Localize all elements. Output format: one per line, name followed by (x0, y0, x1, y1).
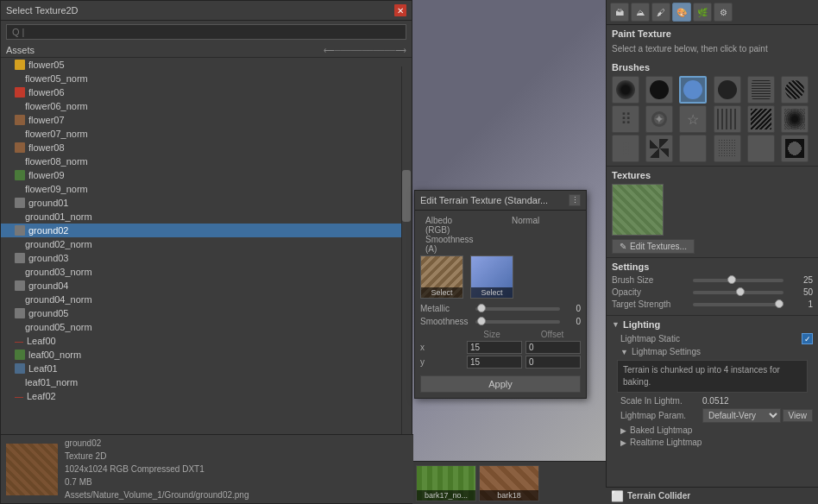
brush-striped (717, 109, 738, 129)
list-item[interactable]: flower09_norm (1, 182, 412, 196)
brush-item-7[interactable]: ⠿ (612, 105, 639, 133)
metallic-slider[interactable] (475, 307, 560, 311)
smoothness-slider-thumb[interactable] (477, 317, 486, 325)
toolbar-btn-3[interactable]: 🖌 (651, 3, 670, 22)
list-item[interactable]: flower08 (1, 141, 412, 154)
edit-textures-button[interactable]: ✎ Edit Textures... (612, 239, 695, 254)
list-item[interactable]: — Leaf00 (1, 334, 412, 348)
normal-preview[interactable]: Select (470, 255, 513, 299)
brush-item-5[interactable] (747, 76, 775, 104)
list-item[interactable]: ground03 (1, 251, 412, 265)
albedo-select-button[interactable]: Select (421, 287, 462, 298)
brush-item-1[interactable] (612, 76, 639, 104)
apply-button[interactable]: Apply (420, 375, 581, 393)
baked-lightmap-row[interactable]: ▶ Baked Lightmap (612, 425, 813, 435)
list-item[interactable]: leaf01_norm (1, 375, 412, 389)
metallic-row: Metallic 0 (420, 304, 581, 313)
albedo-preview[interactable]: Select (420, 255, 463, 299)
brush-item-2[interactable] (645, 76, 673, 104)
list-item[interactable]: Leaf01 (1, 362, 412, 375)
metallic-slider-thumb[interactable] (477, 304, 486, 312)
list-item[interactable]: ground04 (1, 279, 412, 293)
smoothness-slider[interactable] (475, 320, 560, 324)
target-strength-slider[interactable] (693, 303, 783, 306)
list-item-selected[interactable]: ground02 (1, 224, 412, 237)
lighting-section: ▼ Lighting Lightmap Static ✓ ▼ Lightmap … (607, 315, 818, 453)
brush-item-17[interactable] (747, 135, 775, 162)
brush-item-6[interactable] (781, 76, 809, 104)
list-item[interactable]: ground03_norm (1, 265, 412, 279)
search-input[interactable] (6, 24, 406, 40)
toolbar-btn-6[interactable]: ⚙ (714, 3, 733, 22)
list-item[interactable]: ground04_norm (1, 293, 412, 306)
list-item[interactable]: flower09 (1, 168, 412, 182)
dialog-title: Select Texture2D (6, 5, 79, 16)
brush-item-10[interactable] (714, 105, 741, 133)
brush-item-11[interactable] (747, 105, 775, 133)
list-item[interactable]: flower08_norm (1, 154, 412, 168)
slider-handle[interactable]: ⟵───────────⟶ (324, 46, 406, 54)
lightmap-settings-header[interactable]: ▼ Lightmap Settings (612, 347, 813, 356)
smoothness-label: Smoothness (420, 317, 472, 326)
thumbnail-1[interactable]: bark17_no... (416, 465, 476, 501)
assets-list[interactable]: flower05 flower05_norm flower06 flower06… (1, 58, 412, 420)
size-offset-headers: Size Offset (420, 330, 581, 339)
baked-lightmap-arrow[interactable]: ▶ (620, 426, 626, 435)
y-offset-input[interactable] (525, 356, 581, 369)
brush-item-15[interactable] (679, 135, 707, 162)
thumbnail-2[interactable]: bark18 (479, 465, 539, 501)
list-item[interactable]: ground01 (1, 196, 412, 210)
lightmap-settings-arrow[interactable]: ▼ (620, 348, 628, 356)
toolbar-btn-1[interactable]: 🏔 (610, 3, 629, 22)
list-item[interactable]: leaf00_norm (1, 348, 412, 362)
list-item[interactable]: flower06_norm (1, 99, 412, 113)
opacity-thumb[interactable] (736, 287, 745, 296)
brush-size-slider[interactable] (693, 279, 783, 282)
texture-item-1[interactable] (612, 184, 664, 236)
brush-size-thumb[interactable] (727, 275, 736, 284)
opacity-row: Opacity 50 (612, 287, 813, 297)
realtime-lightmap-row[interactable]: ▶ Realtime Lightmap (612, 438, 813, 447)
list-item[interactable]: ground02_norm (1, 237, 412, 251)
view-button[interactable]: View (783, 409, 814, 422)
popup-options-button[interactable]: ⋮ (569, 194, 581, 206)
scrollbar[interactable] (401, 66, 412, 434)
list-item[interactable]: ground05_norm (1, 320, 412, 334)
brush-item-9[interactable]: ☆ (679, 105, 707, 133)
lightmap-static-checkbox[interactable]: ✓ (802, 333, 813, 344)
brush-item-18[interactable] (781, 135, 809, 162)
textures-label: Textures (612, 170, 813, 180)
brush-item-12[interactable] (781, 105, 809, 133)
list-item[interactable]: ground05 (1, 306, 412, 320)
target-strength-thumb[interactable] (775, 299, 783, 308)
lightmap-static-row: Lightmap Static ✓ (612, 333, 813, 344)
list-item[interactable]: flower07 (1, 113, 412, 127)
toolbar-btn-5[interactable]: 🌿 (693, 3, 712, 22)
x-size-offset-row: x (420, 341, 581, 354)
x-offset-input[interactable] (525, 341, 581, 354)
realtime-lightmap-arrow[interactable]: ▶ (620, 438, 626, 447)
list-item[interactable]: flower05 (1, 58, 412, 72)
dialog-close-button[interactable]: ✕ (394, 4, 406, 16)
brush-item-13[interactable]: ⣿ (612, 135, 639, 162)
toolbar-btn-2[interactable]: ⛰ (631, 3, 650, 22)
list-item[interactable]: flower07_norm (1, 127, 412, 141)
list-item[interactable]: flower05_norm (1, 72, 412, 85)
brush-item-4[interactable] (714, 76, 741, 104)
brush-item-16[interactable] (714, 135, 741, 162)
brush-item-14[interactable] (645, 135, 673, 162)
brushes-grid: ⠿ ✦ ☆ ⣿ (612, 76, 813, 162)
normal-select-button[interactable]: Select (471, 287, 513, 298)
y-size-input[interactable] (467, 356, 522, 369)
brush-item-8[interactable]: ✦ (645, 105, 673, 133)
list-item[interactable]: — Leaf02 (1, 389, 412, 403)
lightmap-param-select[interactable]: Default-Very (702, 408, 781, 423)
list-item[interactable]: ground01_norm (1, 210, 412, 224)
lighting-collapse-arrow[interactable]: ▼ (612, 320, 620, 329)
toolbar-btn-4[interactable]: 🎨 (672, 3, 691, 22)
list-item[interactable]: flower06 (1, 85, 412, 99)
brush-item-3[interactable] (679, 76, 707, 104)
x-size-input[interactable] (467, 341, 522, 354)
scrollbar-thumb[interactable] (402, 170, 411, 222)
opacity-slider[interactable] (693, 291, 783, 294)
